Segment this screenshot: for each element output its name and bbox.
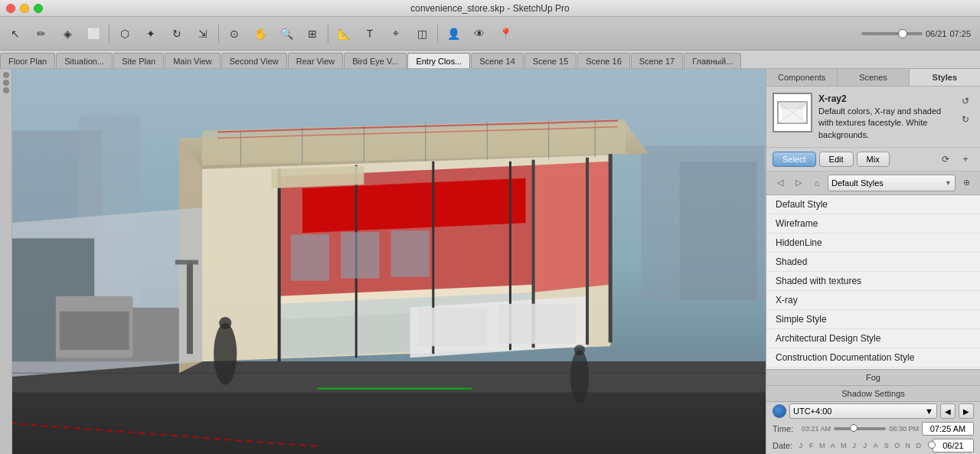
move-btn[interactable]: ✦ bbox=[139, 21, 163, 46]
timezone-row: UTC+4:00 ▼ ◀ ▶ bbox=[766, 402, 980, 420]
month-D: D bbox=[914, 442, 923, 449]
back-icon[interactable]: ◁ bbox=[773, 175, 788, 191]
text-btn[interactable]: T bbox=[358, 21, 382, 46]
close-button[interactable] bbox=[6, 4, 15, 13]
style-item-4[interactable]: Shaded with textures bbox=[766, 272, 980, 291]
tab-scenes[interactable]: Scenes bbox=[838, 69, 909, 86]
tab-scene-16[interactable]: Scene 16 bbox=[577, 53, 629, 68]
tab-floor-plan[interactable]: Floor Plan bbox=[0, 53, 55, 68]
viewport[interactable] bbox=[12, 69, 766, 454]
time-label: Time: bbox=[773, 424, 799, 433]
svg-rect-37 bbox=[418, 308, 488, 346]
month-A: A bbox=[871, 442, 880, 449]
date-value: 06/21 bbox=[933, 439, 974, 452]
style-name: X-ray2 bbox=[818, 93, 948, 106]
timezone-decrease-btn[interactable]: ◀ bbox=[940, 403, 956, 419]
style-item-2[interactable]: HiddenLine bbox=[766, 234, 980, 253]
style-item-0[interactable]: Default Style bbox=[766, 195, 980, 214]
time-max: 06:30 PM bbox=[889, 425, 919, 433]
add-library-icon[interactable]: ⊕ bbox=[959, 175, 974, 191]
time-min: 03:21 AM bbox=[802, 425, 831, 433]
rectangle-tool-btn[interactable]: ⬜ bbox=[81, 21, 106, 46]
timezone-increase-btn[interactable]: ▶ bbox=[959, 403, 974, 419]
new-style-icon[interactable]: + bbox=[957, 151, 974, 168]
style-item-5[interactable]: X-ray bbox=[766, 291, 980, 310]
shadow-settings-button[interactable]: Shadow Settings bbox=[766, 386, 980, 402]
position-btn[interactable]: 📍 bbox=[493, 21, 518, 46]
style-item-3[interactable]: Shaded bbox=[766, 253, 980, 272]
svg-rect-47 bbox=[187, 262, 193, 354]
svg-rect-41 bbox=[60, 312, 129, 350]
tab-situation[interactable]: Situation... bbox=[56, 53, 113, 68]
style-item-6[interactable]: Simple Style bbox=[766, 310, 980, 329]
pan-btn[interactable]: ✋ bbox=[248, 21, 273, 46]
measure-btn[interactable]: 📐 bbox=[332, 21, 356, 46]
eraser-tool-btn[interactable]: ◈ bbox=[55, 21, 80, 46]
timezone-dropdown[interactable]: UTC+4:00 ▼ bbox=[789, 403, 937, 419]
playback-slider[interactable] bbox=[861, 32, 923, 35]
dropdown-arrow-icon: ▼ bbox=[945, 179, 952, 187]
tab-site-plan[interactable]: Site Plan bbox=[113, 53, 164, 68]
axes-btn[interactable]: ⌖ bbox=[384, 21, 408, 46]
svg-point-42 bbox=[214, 323, 237, 384]
walk-btn[interactable]: 👤 bbox=[441, 21, 466, 46]
tab-main-view[interactable]: Main View bbox=[165, 53, 220, 68]
left-panel-icons bbox=[0, 69, 12, 454]
fog-button[interactable]: Fog bbox=[766, 370, 980, 386]
tab-scene-17[interactable]: Scene 17 bbox=[631, 53, 683, 68]
paint-tool-btn[interactable]: ✏ bbox=[29, 21, 54, 46]
edit-button[interactable]: Edit bbox=[819, 152, 854, 167]
time-slider[interactable] bbox=[834, 427, 886, 430]
playback-controls: 06/21 07:25 bbox=[861, 29, 971, 38]
style-description: Default colors, X-ray and shaded with te… bbox=[818, 106, 948, 141]
rotate-btn[interactable]: ↻ bbox=[165, 21, 189, 46]
tab-bird-eye[interactable]: Bird Eye V... bbox=[344, 53, 407, 68]
svg-marker-33 bbox=[272, 166, 364, 188]
push-pull-btn[interactable]: ⬡ bbox=[113, 21, 137, 46]
section-btn[interactable]: ◫ bbox=[410, 21, 434, 46]
scale-btn[interactable]: ⇲ bbox=[191, 21, 215, 46]
mix-button[interactable]: Mix bbox=[857, 152, 890, 167]
maximize-button[interactable] bbox=[34, 4, 43, 13]
svg-rect-36 bbox=[391, 230, 430, 276]
tab-rear-view[interactable]: Rear View bbox=[288, 53, 344, 68]
forward-icon[interactable]: ▷ bbox=[791, 175, 806, 191]
globe-icon bbox=[773, 404, 786, 418]
main-area: Components Scenes Styles bbox=[0, 69, 980, 454]
tab-second-view[interactable]: Second View bbox=[221, 53, 287, 68]
timezone-arrow-icon: ▼ bbox=[925, 407, 933, 416]
zoom-extents-btn[interactable]: ⊞ bbox=[300, 21, 325, 46]
style-item-8[interactable]: Construction Documentation Style bbox=[766, 348, 980, 367]
month-M: M bbox=[818, 442, 827, 449]
orbit-btn[interactable]: ⊙ bbox=[222, 21, 247, 46]
style-item-1[interactable]: Wireframe bbox=[766, 214, 980, 234]
minimize-button[interactable] bbox=[20, 4, 29, 13]
left-icon-3 bbox=[3, 87, 9, 93]
tab-styles[interactable]: Styles bbox=[910, 69, 980, 86]
svg-rect-48 bbox=[175, 260, 198, 264]
undo-icon[interactable]: ↺ bbox=[957, 93, 974, 109]
month-M: M bbox=[839, 442, 848, 449]
tab-scene-15[interactable]: Scene 15 bbox=[524, 53, 577, 68]
style-thumbnail bbox=[773, 93, 812, 132]
tab-scene-14[interactable]: Scene 14 bbox=[471, 53, 523, 68]
month-F: F bbox=[807, 442, 816, 449]
separator-2 bbox=[218, 24, 219, 43]
home-icon[interactable]: ⌂ bbox=[809, 175, 825, 191]
select-tool-btn[interactable]: ↖ bbox=[3, 21, 28, 46]
redo-icon[interactable]: ↻ bbox=[957, 111, 974, 128]
tab-components[interactable]: Components bbox=[766, 69, 838, 86]
style-actions: Select Edit Mix ⟳ + bbox=[766, 148, 980, 171]
styles-dropdown[interactable]: Default Styles ▼ bbox=[828, 175, 956, 191]
tab-entry-close[interactable]: Entry Clos... bbox=[407, 53, 470, 68]
separator-4 bbox=[437, 24, 438, 43]
select-button[interactable]: Select bbox=[773, 152, 816, 167]
style-item-7[interactable]: Architectural Design Style bbox=[766, 329, 980, 348]
refresh-icon[interactable]: ⟳ bbox=[937, 151, 954, 168]
month-N: N bbox=[903, 442, 913, 449]
tab-main-russian[interactable]: Главный... bbox=[684, 53, 741, 68]
svg-marker-11 bbox=[534, 162, 611, 292]
zoom-btn[interactable]: 🔍 bbox=[274, 21, 299, 46]
svg-point-44 bbox=[219, 317, 231, 329]
lookaround-btn[interactable]: 👁 bbox=[467, 21, 492, 46]
